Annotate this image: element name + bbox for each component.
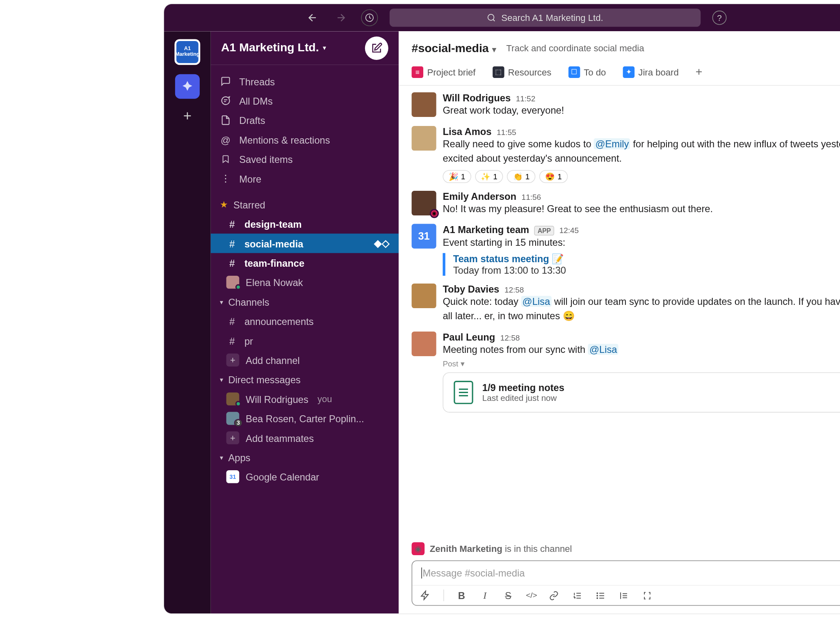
nav-more[interactable]: ⋮More [211,169,399,188]
plus-icon: + [226,431,240,444]
help-button[interactable]: ? [712,11,727,25]
avatar[interactable] [412,92,436,117]
plus-icon: + [696,65,703,79]
avatar[interactable]: ◉ [412,190,436,215]
caret-icon: ▾ [220,298,223,305]
sidebar-dm-item[interactable]: Elena Nowak [211,272,399,292]
timestamp[interactable]: 11:52 [516,94,535,103]
add-teammates-button[interactable]: +Add teammates [211,428,399,447]
nav-mentions[interactable]: @Mentions & reactions [211,130,399,149]
reaction[interactable]: ✨ 1 [475,170,503,183]
author-name[interactable]: Paul Leung [443,331,495,342]
reaction[interactable]: 😍 1 [539,170,568,183]
link-button[interactable] [549,590,561,600]
sidebar-channel-item[interactable]: #design-team [211,214,399,233]
bookmark-icon: ⬚ [493,66,504,78]
nav-saved[interactable]: Saved items [211,149,399,169]
sidebar-dm-item[interactable]: Will Rodriguesyou [211,389,399,409]
composer-input[interactable]: Message #social-media [412,561,840,585]
workspace-rail: A1 Marketing + [164,31,211,613]
search-input[interactable]: Search A1 Marketing Ltd. [390,9,701,27]
codeblock-button[interactable] [642,590,654,600]
author-name[interactable]: Will Rodrigues [443,92,511,103]
add-channel-button[interactable]: +Add channel [211,350,399,370]
author-name[interactable]: Lisa Amos [443,126,491,137]
mention[interactable]: @Lisa [521,295,551,307]
avatar[interactable] [412,331,436,356]
attachment[interactable]: 1/9 meeting notesLast edited just now [443,372,840,412]
italic-button[interactable]: I [479,590,491,601]
nav-threads[interactable]: Threads [211,71,399,91]
channel-topic[interactable]: Track and coordinate social media [506,43,644,53]
workspace-button-a1[interactable]: A1 Marketing [174,39,200,65]
channel-title[interactable]: #social-media ▾ [412,41,496,55]
org-icon: ◉ [412,542,425,555]
svg-point-1 [488,14,494,21]
section-apps-header[interactable]: ▾Apps [211,448,399,467]
drafts-icon [220,115,231,125]
message-composer[interactable]: Message #social-media B I S </> Aa @ [412,561,840,606]
nav-back-button[interactable] [304,9,321,26]
caret-icon: ▾ [220,376,223,383]
bookmark-item[interactable]: ☐To do [568,66,606,78]
section-starred-header[interactable]: ★Starred [211,195,399,214]
timestamp[interactable]: 11:56 [522,192,541,201]
ordered-list-button[interactable] [572,590,584,600]
timestamp[interactable]: 12:58 [500,333,520,342]
message: Toby Davies12:58Quick note: today @Lisa … [412,279,840,327]
add-bookmark-button[interactable]: + [696,65,703,79]
reaction[interactable]: 🎉 1 [443,170,471,183]
avatar[interactable] [412,283,436,308]
timestamp[interactable]: 11:55 [497,128,516,137]
add-workspace-button[interactable]: + [179,108,196,125]
dms-icon [220,96,231,106]
author-name[interactable]: Emily Anderson [443,190,516,201]
calendar-icon: 31 [226,470,240,483]
notice-org-name: Zenith Marketing [430,544,502,554]
shared-channel-icon: ◆◇ [374,238,390,249]
avatar [226,392,240,405]
history-button[interactable] [361,9,378,26]
avatar[interactable] [412,126,436,150]
strike-button[interactable]: S [502,590,514,601]
svg-point-4 [597,597,598,598]
chevron-down-icon: ▾ [492,45,496,54]
timestamp[interactable]: 12:45 [559,226,579,235]
nav-all-dms[interactable]: All DMs [211,91,399,110]
sidebar-channel-item[interactable]: #announcements [211,311,399,331]
reaction[interactable]: 👏 1 [507,170,535,183]
code-button[interactable]: </> [526,591,537,600]
nav-forward-button[interactable] [333,9,349,26]
post-label[interactable]: Post ▾ [443,359,840,368]
app-google-calendar[interactable]: 31Google Calendar [211,467,399,486]
compose-button[interactable] [365,36,388,59]
bullet-list-button[interactable] [596,590,607,600]
bookmark-icon [220,154,231,164]
hash-icon: # [226,218,238,229]
author-name[interactable]: A1 Marketing team [443,224,529,235]
bookmark-item[interactable]: ≡Project brief [412,66,476,78]
nav-drafts[interactable]: Drafts [211,110,399,130]
document-icon [454,381,473,404]
bold-button[interactable]: B [456,590,467,601]
blockquote-button[interactable] [619,590,630,600]
search-placeholder: Search A1 Marketing Ltd. [501,13,603,23]
sidebar-channel-item[interactable]: #pr [211,331,399,350]
bookmark-item[interactable]: ✦Jira board [623,66,678,78]
workspace-header[interactable]: A1 Marketing Ltd. ▾ [211,31,399,65]
message-text: Great work today, everyone! [443,103,840,118]
mention[interactable]: @Lisa [588,343,619,355]
sidebar-dm-item[interactable]: 3Bea Rosen, Carter Poplin... [211,409,399,428]
workspace-button-2[interactable] [175,74,200,99]
section-dms-header[interactable]: ▾Direct messages [211,370,399,389]
mention[interactable]: @Emily [594,138,630,149]
sidebar-channel-item[interactable]: #team-finance [211,253,399,272]
bookmark-item[interactable]: ⬚Resources [493,66,552,78]
author-name[interactable]: Toby Davies [443,283,499,294]
calendar-event[interactable]: Team status meeting 📝Today from 13:00 to… [443,253,840,275]
message: Lisa Amos11:55Really need to give some k… [412,122,840,187]
shortcuts-icon[interactable] [420,590,431,600]
sidebar-channel-item[interactable]: #social-media◆◇ [211,233,399,253]
section-channels-header[interactable]: ▾Channels [211,292,399,311]
timestamp[interactable]: 12:58 [504,285,524,294]
